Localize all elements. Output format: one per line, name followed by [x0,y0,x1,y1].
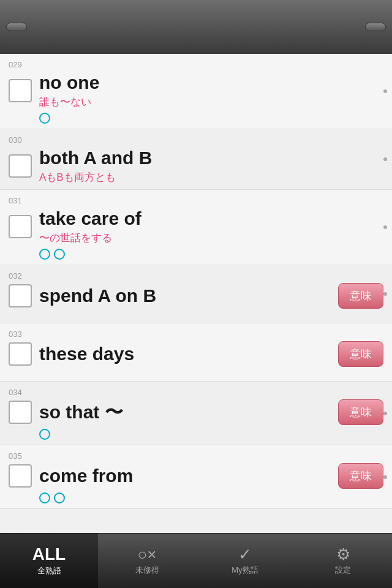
item-number: 030 [9,135,383,145]
circle-correct [39,249,50,260]
item-english: take care of [39,208,383,230]
item-row: these days意味 [9,341,383,367]
circle-correct [39,113,50,124]
dot-indicator [383,412,387,415]
item-row: take care of〜の世話をする [9,208,383,245]
vocab-item: 030both A and BAもBも両方とも [0,129,392,190]
item-number: 035 [9,451,383,461]
vocab-item: 033these days意味 [0,323,392,382]
vocab-list: 029no one誰も〜ない030both A and BAもBも両方とも031… [0,54,392,533]
tab-label-ox: 未修得 [135,565,159,576]
all-icon: ALL [32,546,66,563]
item-text: both A and BAもBも両方とも [39,147,383,184]
vocab-item: 034so that 〜意味 [0,382,392,445]
circle-indicators [39,249,383,260]
circle-correct [39,492,50,503]
settings-icon: ⚙ [336,546,350,562]
item-english: no one [39,72,383,94]
item-checkbox[interactable] [9,79,32,102]
vocab-item: 032spend A on B意味 [0,265,392,323]
item-checkbox[interactable] [9,464,32,488]
dot-indicator [383,89,387,93]
dot-indicator [383,475,387,479]
item-text: these days [39,343,331,365]
item-english: these days [39,343,331,365]
meaning-button[interactable]: 意味 [338,341,383,367]
item-number: 031 [9,196,383,205]
item-row: so that 〜意味 [9,399,383,425]
circle-indicators [39,429,383,440]
item-text: take care of〜の世話をする [39,208,383,245]
item-number: 032 [9,271,383,281]
item-row: no one誰も〜ない [9,72,383,109]
dot-indicator [383,225,387,229]
item-number: 033 [9,330,383,339]
tab-ox[interactable]: ○×未修得 [98,533,196,588]
ox-icon: ○× [138,546,157,562]
header [0,0,392,54]
tab-label-settings: 設定 [335,565,351,576]
item-english: spend A on B [39,285,331,307]
meaning-button[interactable]: 意味 [338,283,383,309]
item-japanese: AもBも両方とも [39,170,383,184]
item-english: come from [39,465,331,487]
item-row: spend A on B意味 [9,283,383,309]
item-checkbox[interactable] [9,284,32,307]
dot-indicator [383,157,387,161]
circle-indicators [39,492,383,503]
item-text: no one誰も〜ない [39,72,383,109]
my-icon: ✓ [238,546,252,562]
tab-settings[interactable]: ⚙設定 [294,533,392,588]
item-checkbox[interactable] [9,154,32,178]
item-checkbox[interactable] [9,215,32,238]
item-checkbox[interactable] [9,342,32,366]
item-number: 034 [9,388,383,397]
dot-indicator [383,292,387,296]
item-checkbox[interactable] [9,401,32,424]
circle-correct [54,249,65,260]
tab-bar: ALL全熟語○×未修得✓My熟語⚙設定 [0,533,392,588]
tab-my[interactable]: ✓My熟語 [196,533,294,588]
item-row: come from意味 [9,463,383,489]
item-text: spend A on B [39,285,331,307]
circle-correct [39,429,50,440]
item-text: so that 〜 [39,401,331,423]
item-row: both A and BAもBも両方とも [9,147,383,184]
tab-all[interactable]: ALL全熟語 [0,533,98,588]
vocab-item: 031take care of〜の世話をする [0,190,392,265]
top-button[interactable] [365,23,386,31]
back-button[interactable] [6,23,27,31]
circle-correct [54,492,65,503]
vocab-item: 035come from意味 [0,445,392,509]
tab-label-all: 全熟語 [37,565,61,576]
item-japanese: 〜の世話をする [39,231,383,245]
item-english: so that 〜 [39,401,331,423]
vocab-item: 029no one誰も〜ない [0,54,392,129]
item-japanese: 誰も〜ない [39,95,383,109]
item-text: come from [39,465,331,487]
meaning-button[interactable]: 意味 [338,399,383,425]
meaning-button[interactable]: 意味 [338,463,383,489]
item-english: both A and B [39,147,383,169]
item-number: 029 [9,60,383,69]
tab-label-my: My熟語 [232,565,258,576]
circle-indicators [39,113,383,124]
